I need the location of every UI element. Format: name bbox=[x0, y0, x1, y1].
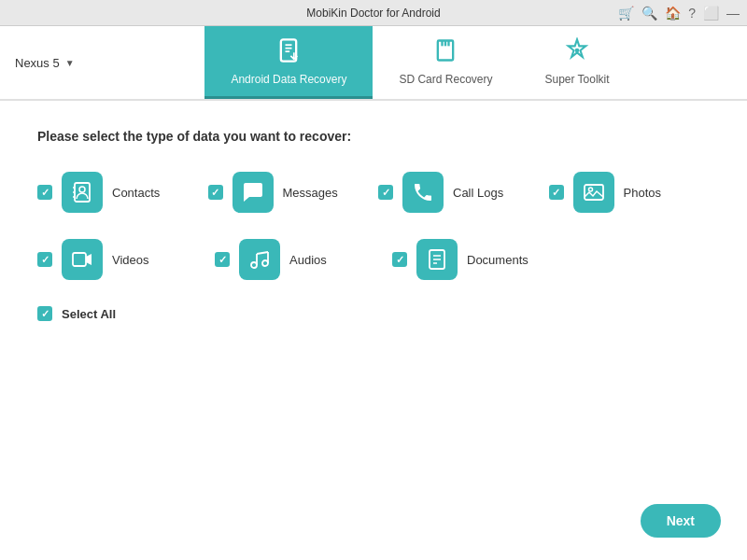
next-button[interactable]: Next bbox=[641, 504, 721, 538]
main-content: Please select the type of data you want … bbox=[0, 101, 747, 560]
search-icon[interactable]: 🔍 bbox=[641, 6, 657, 21]
data-type-videos[interactable]: Videos bbox=[37, 239, 205, 280]
data-types-row2: Videos Audios bbox=[37, 239, 710, 280]
audios-checkbox[interactable] bbox=[215, 252, 230, 267]
svg-point-9 bbox=[575, 48, 580, 52]
section-title: Please select the type of data you want … bbox=[37, 129, 710, 144]
contacts-icon bbox=[62, 172, 103, 213]
call-logs-label: Call Logs bbox=[453, 186, 503, 200]
sd-card-icon bbox=[432, 37, 458, 69]
device-chevron: ▼ bbox=[65, 58, 75, 68]
svg-rect-15 bbox=[585, 185, 603, 200]
call-logs-checkbox[interactable] bbox=[378, 185, 393, 200]
messages-label: Messages bbox=[283, 186, 338, 200]
data-type-photos[interactable]: Photos bbox=[549, 172, 711, 213]
documents-checkbox[interactable] bbox=[392, 252, 407, 267]
tab-super-toolkit-label: Super Toolkit bbox=[544, 73, 609, 86]
videos-label: Videos bbox=[112, 253, 149, 267]
nav-tabs: Android Data Recovery SD Card Recovery bbox=[93, 26, 747, 99]
data-type-audios[interactable]: Audios bbox=[215, 239, 383, 280]
contacts-label: Contacts bbox=[112, 186, 160, 200]
svg-point-11 bbox=[79, 187, 85, 192]
tab-super-toolkit[interactable]: Super Toolkit bbox=[518, 26, 635, 99]
svg-rect-17 bbox=[73, 253, 86, 266]
messages-checkbox[interactable] bbox=[208, 185, 223, 200]
photos-checkbox[interactable] bbox=[549, 185, 564, 200]
data-type-documents[interactable]: Documents bbox=[392, 239, 560, 280]
nav-bar: Nexus 5 ▼ Android Data Recovery bbox=[0, 26, 747, 101]
title-bar: MobiKin Doctor for Android 🛒 🔍 🏠 ? ⬜ — bbox=[0, 0, 747, 26]
data-type-call-logs[interactable]: Call Logs bbox=[378, 172, 540, 213]
audios-label: Audios bbox=[289, 253, 327, 267]
restore-icon[interactable]: ⬜ bbox=[703, 6, 719, 21]
audios-icon bbox=[239, 239, 280, 280]
tab-android-recovery-label: Android Data Recovery bbox=[231, 73, 346, 86]
contacts-checkbox[interactable] bbox=[37, 185, 52, 200]
tab-android-recovery[interactable]: Android Data Recovery bbox=[204, 26, 373, 99]
svg-line-22 bbox=[257, 252, 268, 254]
videos-icon bbox=[62, 239, 103, 280]
data-type-contacts[interactable]: Contacts bbox=[37, 172, 199, 213]
tab-sd-card-recovery-label: SD Card Recovery bbox=[399, 73, 492, 86]
documents-icon bbox=[416, 239, 458, 280]
call-logs-icon bbox=[402, 172, 444, 213]
cart-icon[interactable]: 🛒 bbox=[618, 6, 634, 21]
messages-icon bbox=[233, 172, 274, 213]
tab-sd-card-recovery[interactable]: SD Card Recovery bbox=[373, 26, 518, 99]
minimize-icon[interactable]: — bbox=[726, 6, 740, 21]
device-selector[interactable]: Nexus 5 ▼ bbox=[0, 26, 93, 99]
photos-label: Photos bbox=[624, 186, 661, 200]
android-recovery-icon bbox=[275, 37, 302, 69]
home-icon[interactable]: 🏠 bbox=[665, 6, 681, 21]
documents-label: Documents bbox=[467, 253, 529, 267]
help-icon[interactable]: ? bbox=[688, 6, 696, 21]
videos-checkbox[interactable] bbox=[37, 252, 52, 267]
window-controls[interactable]: 🛒 🔍 🏠 ? ⬜ — bbox=[618, 6, 740, 21]
svg-point-16 bbox=[588, 188, 592, 191]
device-name: Nexus 5 bbox=[15, 56, 60, 70]
data-types-row1: Contacts Messages Call Logs bbox=[37, 172, 710, 213]
super-toolkit-icon bbox=[564, 37, 590, 69]
app-title: MobiKin Doctor for Android bbox=[306, 7, 440, 20]
photos-icon bbox=[573, 172, 614, 213]
select-all-row[interactable]: Select All bbox=[37, 306, 710, 321]
select-all-label: Select All bbox=[62, 307, 116, 321]
select-all-checkbox[interactable] bbox=[37, 306, 52, 321]
data-type-messages[interactable]: Messages bbox=[208, 172, 370, 213]
